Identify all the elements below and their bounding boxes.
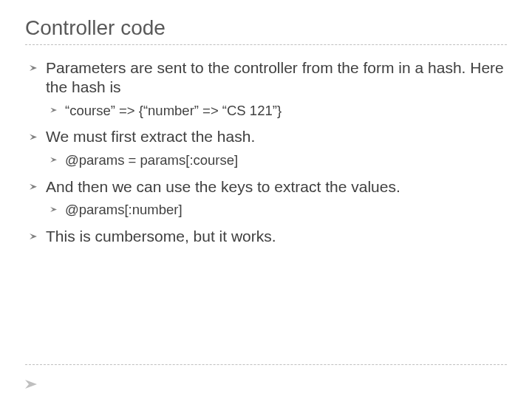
sub-item: “course” => {“number” => “CS 121”} xyxy=(46,102,507,120)
bottom-divider xyxy=(25,364,507,365)
bullet-list: Parameters are sent to the controller fr… xyxy=(25,58,507,246)
bullet-text: Parameters are sent to the controller fr… xyxy=(46,59,504,95)
sub-text: “course” => {“number” => “CS 121”} xyxy=(65,103,282,118)
bullet-item: We must first extract the hash. @params … xyxy=(25,127,507,169)
sub-item: @params = params[:course] xyxy=(46,151,507,170)
sub-list: @params = params[:course] xyxy=(46,151,507,170)
bullet-text: And then we can use the keys to extract … xyxy=(46,178,400,195)
bullet-item: And then we can use the keys to extract … xyxy=(25,177,507,219)
sub-list: “course” => {“number” => “CS 121”} xyxy=(46,102,507,120)
sub-text: @params = params[:course] xyxy=(65,152,238,168)
sub-text: @params[:number] xyxy=(65,202,183,217)
sub-item: @params[:number] xyxy=(46,201,507,219)
svg-marker-0 xyxy=(25,380,37,389)
bullet-item: This is cumbersome, but it works. xyxy=(25,227,507,246)
next-arrow-icon xyxy=(25,380,37,389)
title-divider xyxy=(25,44,507,45)
bullet-text: We must first extract the hash. xyxy=(46,128,255,145)
slide-title: Controller code xyxy=(25,16,507,40)
slide: Controller code Parameters are sent to t… xyxy=(0,0,532,399)
bullet-item: Parameters are sent to the controller fr… xyxy=(25,58,507,120)
bullet-text: This is cumbersome, but it works. xyxy=(46,228,276,245)
sub-list: @params[:number] xyxy=(46,201,507,219)
